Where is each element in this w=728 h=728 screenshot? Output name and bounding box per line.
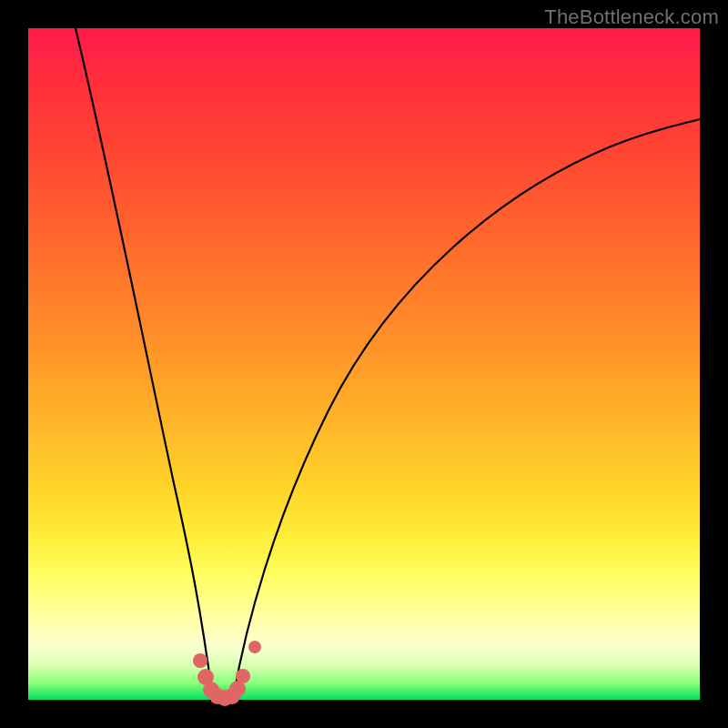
curve-right-branch — [233, 119, 700, 700]
chart-frame: TheBottleneck.com — [0, 0, 728, 728]
chart-svg — [28, 28, 700, 700]
marker-dot — [193, 653, 207, 668]
watermark-text: TheBottleneck.com — [544, 5, 719, 29]
curve-left-branch — [76, 28, 213, 700]
marker-dot — [236, 669, 250, 683]
optimal-markers — [193, 641, 261, 706]
marker-dot — [248, 641, 261, 653]
